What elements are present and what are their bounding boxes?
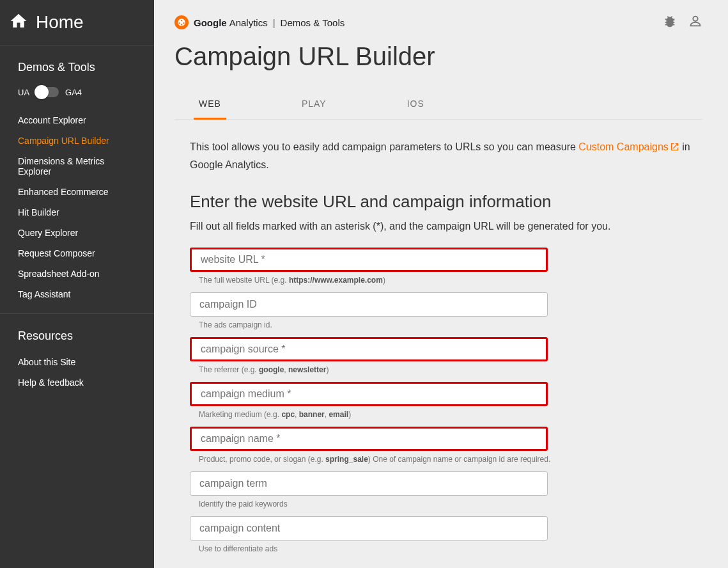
campaign-medium-input[interactable]	[190, 382, 548, 406]
topbar: Google Analytics | Demos & Tools	[154, 0, 728, 37]
brand-text: Google Analytics | Demos & Tools	[194, 17, 345, 28]
campaign-term-input[interactable]	[190, 471, 548, 496]
sidebar-item-help[interactable]: Help & feedback	[0, 372, 154, 393]
field-website-url: The full website URL (e.g. https://www.e…	[190, 248, 702, 285]
sidebar-item-account-explorer[interactable]: Account Explorer	[0, 110, 154, 130]
version-toggle[interactable]	[36, 87, 59, 97]
field-campaign-medium: Marketing medium (e.g. cpc, banner, emai…	[190, 382, 702, 419]
resources-nav: About this Site Help & feedback	[0, 352, 154, 393]
content: Campaign URL Builder WEB PLAY IOS This t…	[154, 37, 728, 568]
custom-campaigns-link[interactable]: Custom Campaigns	[578, 141, 679, 152]
campaign-name-input[interactable]	[190, 427, 548, 451]
home-label: Home	[36, 12, 84, 33]
version-toggle-row: UA GA4	[0, 83, 154, 110]
field-campaign-content: Use to differentiate ads	[190, 516, 702, 553]
bug-report-icon[interactable]	[663, 14, 677, 31]
external-link-icon	[670, 140, 679, 157]
campaign-content-hint: Use to differentiate ads	[199, 544, 702, 553]
sidebar-section-title: Demos & Tools	[0, 45, 154, 83]
field-campaign-id: The ads campaign id.	[190, 292, 702, 329]
brand-sub: Demos & Tools	[281, 17, 345, 28]
person-icon[interactable]	[688, 14, 702, 31]
home-link[interactable]: Home	[0, 0, 154, 45]
brand-google: Google	[194, 17, 227, 28]
sidebar-item-spreadsheet-addon[interactable]: Spreadsheet Add-on	[0, 264, 154, 284]
campaign-id-input[interactable]	[190, 292, 548, 317]
campaign-source-hint: The referrer (e.g. google, newsletter)	[199, 365, 702, 374]
campaign-source-input[interactable]	[190, 337, 548, 361]
home-icon	[9, 12, 28, 33]
intro-text: This tool allows you to easily add campa…	[190, 139, 702, 173]
sidebar-item-query-explorer[interactable]: Query Explorer	[0, 223, 154, 243]
form: The full website URL (e.g. https://www.e…	[190, 248, 702, 553]
tab-ios[interactable]: IOS	[402, 90, 430, 120]
sidebar-item-about[interactable]: About this Site	[0, 352, 154, 372]
website-url-input[interactable]	[190, 248, 548, 272]
sidebar-item-request-composer[interactable]: Request Composer	[0, 243, 154, 264]
toggle-label-ga4: GA4	[65, 88, 82, 97]
brand-icon	[174, 15, 189, 29]
field-campaign-source: The referrer (e.g. google, newsletter)	[190, 337, 702, 374]
sidebar-nav: Account Explorer Campaign URL Builder Di…	[0, 110, 154, 304]
tab-play[interactable]: PLAY	[297, 90, 332, 120]
campaign-id-hint: The ads campaign id.	[199, 320, 702, 329]
sidebar-item-hit-builder[interactable]: Hit Builder	[0, 202, 154, 223]
campaign-content-input[interactable]	[190, 516, 548, 540]
brand[interactable]: Google Analytics | Demos & Tools	[174, 15, 345, 29]
toggle-label-ua: UA	[18, 88, 29, 97]
page-title: Campaign URL Builder	[174, 42, 702, 71]
section-sub: Fill out all fields marked with an aster…	[190, 221, 702, 232]
brand-analytics: Analytics	[229, 17, 268, 28]
campaign-term-hint: Identify the paid keywords	[199, 500, 702, 509]
main: Google Analytics | Demos & Tools Campaig…	[154, 0, 728, 568]
resources-title: Resources	[0, 314, 154, 352]
sidebar-item-tag-assistant[interactable]: Tag Assistant	[0, 284, 154, 304]
toggle-knob	[35, 85, 49, 99]
section-heading: Enter the website URL and campaign infor…	[190, 192, 702, 212]
sidebar-item-dimensions-metrics[interactable]: Dimensions & Metrics Explorer	[0, 151, 154, 182]
campaign-name-hint: Product, promo code, or slogan (e.g. spr…	[199, 455, 702, 464]
campaign-medium-hint: Marketing medium (e.g. cpc, banner, emai…	[199, 410, 702, 419]
sidebar-item-enhanced-ecommerce[interactable]: Enhanced Ecommerce	[0, 182, 154, 202]
tab-web[interactable]: WEB	[194, 90, 226, 120]
brand-sep: |	[273, 17, 275, 28]
sidebar-item-campaign-url-builder[interactable]: Campaign URL Builder	[0, 130, 154, 151]
intro-prefix: This tool allows you to easily add campa…	[190, 141, 578, 152]
sidebar: Home Demos & Tools UA GA4 Account Explor…	[0, 0, 154, 568]
field-campaign-name: Product, promo code, or slogan (e.g. spr…	[190, 427, 702, 464]
website-url-hint: The full website URL (e.g. https://www.e…	[199, 276, 702, 285]
tabs: WEB PLAY IOS	[174, 89, 702, 120]
topbar-icons	[663, 14, 702, 31]
field-campaign-term: Identify the paid keywords	[190, 471, 702, 509]
